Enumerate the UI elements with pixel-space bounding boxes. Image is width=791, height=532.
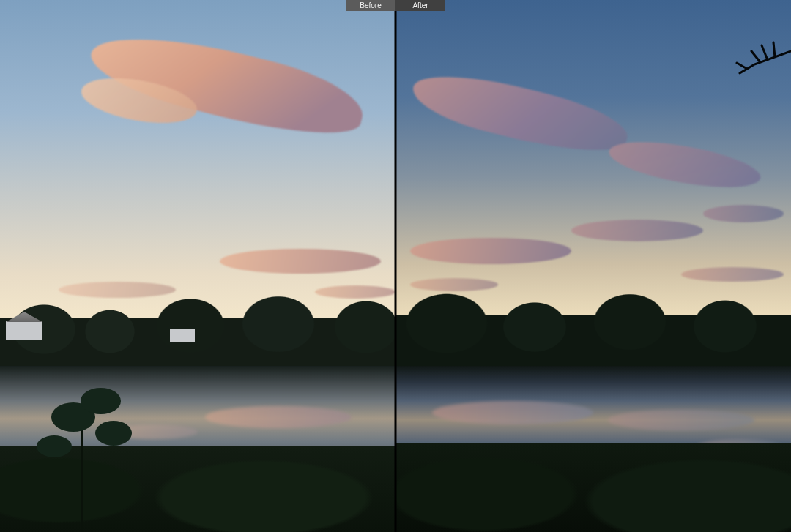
before-house: [170, 329, 195, 342]
after-treeline: [396, 287, 791, 378]
before-cloud: [220, 249, 381, 274]
before-reflection: [110, 424, 198, 439]
compare-split-handle[interactable]: [395, 0, 396, 532]
after-reflection: [608, 410, 754, 430]
before-after-toggle[interactable]: Before After: [346, 0, 445, 11]
after-cloud: [703, 205, 784, 222]
before-tab[interactable]: Before: [346, 0, 396, 11]
after-cloud: [681, 267, 784, 282]
compare-canvas: [0, 0, 791, 532]
after-tab[interactable]: After: [396, 0, 445, 11]
after-reflection: [432, 401, 593, 424]
before-house: [6, 321, 42, 340]
after-foreground: [396, 443, 791, 532]
before-treeline: [0, 289, 396, 377]
before-reflection: [205, 406, 352, 428]
after-cloud: [571, 220, 703, 241]
after-cloud: [410, 238, 571, 264]
before-foreground: [0, 446, 396, 532]
